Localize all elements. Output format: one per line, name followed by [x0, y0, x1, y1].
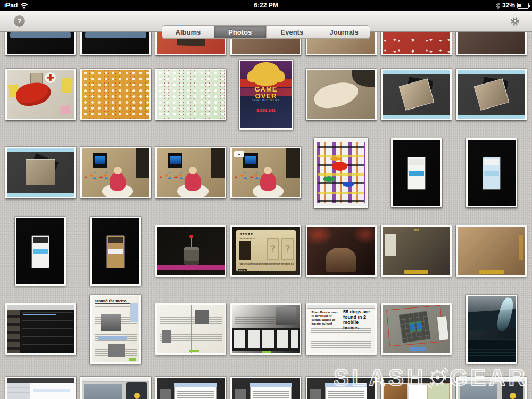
dk-bar	[458, 378, 525, 382]
grid-cell: STOREEPISODES 4+5??TAKE YOUR FREE IB EXP…	[231, 212, 301, 290]
ed-bart	[458, 70, 525, 74]
ed-ph-r	[398, 78, 434, 111]
dc-bar	[250, 383, 292, 387]
game-over-screen[interactable]: GAME OVERLEVEL MULTIPLIER3,891,241	[239, 60, 293, 130]
doc-popup-screenshot-1-image	[157, 378, 225, 399]
ipad-tweet-screenshot-2[interactable]	[466, 138, 517, 207]
abstract-scribble-drawing[interactable]	[314, 138, 368, 208]
sp-ph1	[195, 310, 208, 324]
tab-photos[interactable]: Photos	[214, 26, 267, 38]
grid-cell	[381, 290, 451, 368]
dark-game-screenshot-2-image	[82, 32, 149, 54]
ipad-settings-screenshot[interactable]	[5, 377, 76, 399]
desktop-weather-screenshot-1[interactable]	[80, 377, 151, 399]
hg-icons	[519, 235, 523, 260]
st-cap: TAKE YOUR FREE IB EXPERIENCE FURTHER WIT…	[239, 263, 294, 265]
mt-glow2	[352, 227, 375, 244]
ipad-webpage-screenshot-image	[92, 218, 139, 284]
news-article-page[interactable]: Eden Prairie man is accused of sexual ab…	[306, 303, 377, 355]
baby-watching-tv-1[interactable]	[80, 147, 151, 198]
photo-editor-dog[interactable]	[5, 147, 76, 198]
sleeping-dog-photo[interactable]	[306, 69, 377, 120]
vbadge	[234, 151, 244, 157]
dogblob	[312, 80, 360, 111]
cartoon-blood-drive-image	[7, 70, 74, 119]
grid-cell	[381, 377, 451, 399]
tab-events[interactable]: Events	[267, 26, 319, 38]
toy-robot-photo[interactable]	[155, 225, 226, 277]
photo-grid-row	[0, 377, 532, 399]
bluetooth-icon	[496, 2, 500, 9]
desktop-weather-screenshot-2[interactable]	[456, 377, 527, 399]
status-bar: iPad 6:22 PM 32%	[0, 0, 532, 11]
photo-editor-dog-rotated-1[interactable]	[381, 69, 452, 120]
news-reader-app-dark[interactable]	[5, 303, 76, 355]
grid-cell	[456, 212, 527, 290]
game-scene-characters[interactable]	[306, 225, 377, 277]
grid-cell	[156, 377, 226, 399]
newspaper-spread-1[interactable]	[155, 303, 226, 355]
newspaper-metro-page[interactable]: around the metro	[90, 295, 141, 364]
ipad-messages-screenshot[interactable]	[15, 217, 66, 286]
photos-app-dog-map-screenshot-image	[383, 378, 450, 399]
orange-eyeball-pattern[interactable]	[80, 69, 151, 120]
gear-icon[interactable]	[509, 15, 521, 28]
baby-watching-tv-2[interactable]	[155, 147, 226, 198]
ar-cols	[311, 328, 371, 351]
dc-lines	[328, 391, 364, 399]
bb-shirt	[185, 173, 201, 192]
dark-game-screenshot-2[interactable]	[80, 32, 151, 55]
np-photo	[101, 314, 122, 331]
np-photo2	[108, 344, 125, 357]
photo-editor-dog-rotated-2[interactable]	[456, 69, 527, 120]
card-table-photo[interactable]	[381, 32, 452, 55]
ipad-tweet-screenshot-2-image	[468, 140, 516, 206]
grid-cell	[5, 32, 76, 55]
ed-bart	[7, 148, 74, 152]
hg-num: 586	[383, 229, 450, 232]
bb-tvs	[95, 156, 105, 164]
grid-cell	[456, 134, 527, 212]
fantasy-lightning-art[interactable]	[466, 295, 517, 364]
sp-green2	[262, 351, 271, 353]
go-score: 3,891,241	[240, 108, 292, 113]
hg-bar	[404, 270, 429, 274]
dk-sun	[510, 393, 516, 399]
cartoon-blood-drive[interactable]	[5, 69, 76, 120]
satellite-map-stadium[interactable]	[381, 303, 452, 355]
fps-game-ruins[interactable]: 586	[381, 225, 452, 277]
ipad-tweet-screenshot-1[interactable]	[391, 138, 442, 207]
desktop-weather-screenshot-2-image	[458, 378, 525, 399]
grid-cell	[306, 55, 376, 134]
photo-grid: GAME OVERLEVEL MULTIPLIER3,891,241STOREE…	[0, 32, 532, 399]
doc-popup-screenshot-3[interactable]	[306, 377, 377, 399]
doc-popup-screenshot-1[interactable]	[155, 377, 226, 399]
grid-cell	[381, 55, 451, 134]
tab-albums[interactable]: Albums	[162, 26, 214, 38]
dc-lines	[253, 391, 289, 399]
help-button[interactable]: ?	[14, 15, 25, 27]
newspaper-spread-filmstrip[interactable]	[230, 303, 301, 355]
baby-watching-tv-video[interactable]	[230, 147, 301, 198]
grid-cell	[456, 55, 527, 134]
fps-game-cave[interactable]	[456, 225, 527, 277]
grid-cell	[381, 134, 451, 212]
fantasy-lightning-art-image	[468, 296, 516, 362]
rb-floor	[157, 265, 225, 270]
game-store-screen[interactable]: STOREEPISODES 4+5??TAKE YOUR FREE IB EXP…	[230, 225, 301, 277]
grid-cell: GAME OVERLEVEL MULTIPLIER3,891,241	[231, 55, 301, 134]
ipad-webpage-screenshot[interactable]	[90, 217, 141, 286]
sband	[108, 249, 123, 254]
tab-journals[interactable]: Journals	[318, 26, 370, 38]
photos-app-dog-map-screenshot[interactable]	[381, 377, 452, 399]
sc2	[318, 143, 364, 202]
dark-game-screenshot-1[interactable]	[5, 32, 76, 55]
doc-popup-screenshot-2[interactable]	[230, 377, 301, 399]
green-eyeball-pattern[interactable]	[155, 69, 226, 120]
note-r	[61, 78, 73, 93]
sp-green	[189, 350, 199, 352]
baby-watching-tv-2-image	[157, 148, 225, 197]
dc-thumb	[310, 389, 321, 399]
device-label: iPad	[4, 2, 18, 9]
family-room-photo-2[interactable]	[456, 32, 527, 55]
